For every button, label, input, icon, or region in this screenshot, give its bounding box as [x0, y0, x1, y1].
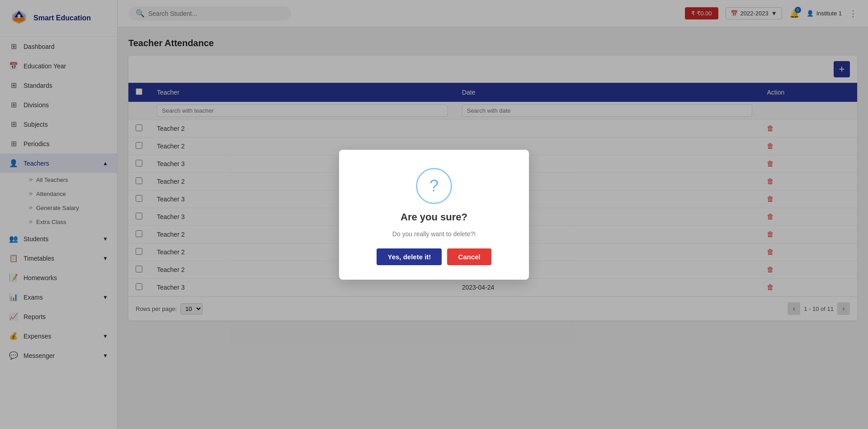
question-circle-icon: ?	[416, 168, 452, 204]
confirm-delete-button[interactable]: Yes, delete it!	[377, 248, 442, 265]
modal-buttons: Yes, delete it! Cancel	[377, 248, 491, 265]
cancel-button[interactable]: Cancel	[447, 248, 491, 265]
modal-title: Are you sure?	[401, 211, 467, 223]
modal-overlay[interactable]: ? Are you sure? Do you really want to de…	[0, 0, 868, 429]
confirm-modal: ? Are you sure? Do you really want to de…	[339, 150, 529, 280]
modal-message: Do you really want to delete?!	[392, 230, 476, 238]
